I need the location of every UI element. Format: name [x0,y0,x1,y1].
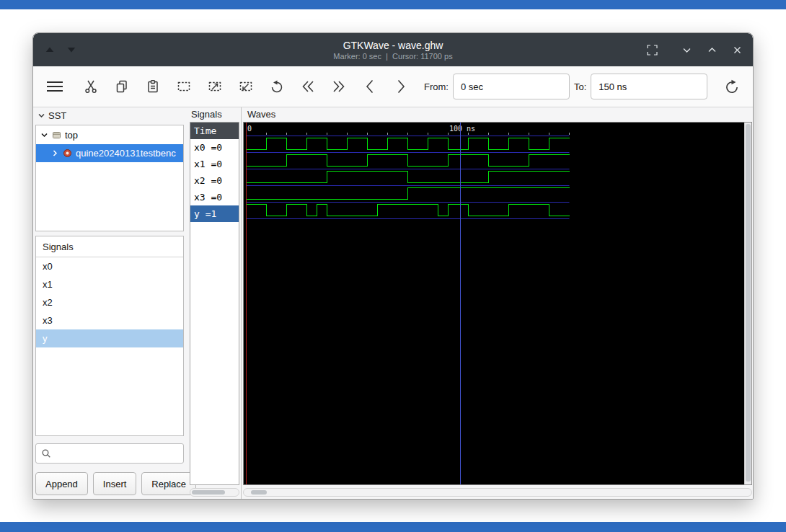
search-icon [41,448,51,458]
to-label: To: [574,81,586,92]
unmaximize-button[interactable] [681,45,692,56]
toolbar: From: To: [33,66,753,107]
undo-icon [270,79,284,94]
skip-to-start-icon [300,79,316,94]
signal-row-x0[interactable]: x0 =0 [190,139,239,156]
menu-button[interactable] [40,74,69,99]
waves-hscrollbar-thumb[interactable] [251,490,267,495]
sst-header: SST [37,109,66,122]
close-button[interactable] [732,45,743,56]
chevron-left-icon [364,79,376,94]
timeline-label: 0 [247,125,252,133]
to-start-button[interactable] [296,74,320,99]
menu-icon [45,79,64,94]
paste-icon [146,79,160,94]
signal-list-item-x3[interactable]: x3 [36,311,183,329]
insert-button[interactable]: Insert [93,472,137,495]
close-icon [732,45,743,56]
sst-tree: topquine20240131testbenc [35,125,184,231]
sst-collapse-icon[interactable] [37,112,45,120]
waves-vscrollbar[interactable] [744,123,751,484]
copy-button[interactable] [110,74,134,99]
signal-browser-header: Signals [36,236,183,257]
waves-hscrollbar[interactable] [243,488,752,497]
zoom-fit-icon [177,79,191,94]
signal-browser-list: x0x1x2x3y [36,257,183,347]
signal-row-x1[interactable]: x1 =0 [190,156,239,172]
wave-trace-x0 [247,138,570,150]
signal-list-item-x2[interactable]: x2 [36,293,183,311]
module-icon [52,130,61,140]
testbench-icon [63,148,72,158]
wave-trace-x3 [247,188,570,200]
desktop-wallpaper-top [0,0,786,9]
maximize-button[interactable] [707,45,717,56]
chevron-up-icon [707,45,717,56]
zoom-in-icon [208,79,222,94]
gtkwave-window: GTKWave - wave.ghw Marker: 0 sec | Curso… [32,32,754,500]
copy-icon [115,79,129,94]
pane-splitter[interactable] [241,107,242,500]
titlebar[interactable]: GTKWave - wave.ghw Marker: 0 sec | Curso… [33,33,753,66]
zoom-in-button[interactable] [203,74,227,99]
zoom-out-icon [239,79,253,94]
cut-icon [84,79,98,94]
signal-list-item-x1[interactable]: x1 [36,275,183,293]
signal-row-y[interactable]: y =1 [190,205,239,222]
waves-vscrollbar-thumb[interactable] [746,124,751,482]
triangle-up-icon [45,45,55,54]
signal-rows: x0 =0x1 =0x2 =0x3 =0y =1 [190,139,239,222]
wave-canvas[interactable]: 0100 ns [244,123,744,484]
timeline-label: 100 ns [449,125,475,133]
paste-button[interactable] [141,74,165,99]
reload-icon [724,79,740,94]
window-title: GTKWave - wave.ghw [343,40,443,51]
sst-node-label: top [65,130,78,141]
to-input[interactable] [591,74,707,99]
undo-button[interactable] [265,74,289,99]
wave-trace-x2 [247,172,570,183]
signal-action-buttons: AppendInsertReplace [35,472,184,495]
collapse-icon[interactable] [40,131,48,139]
zoom-fit-button[interactable] [172,74,196,99]
forward-button[interactable] [389,74,413,99]
main-content: SST topquine20240131testbenc Signals x0x… [33,107,753,500]
shade-up-button[interactable] [45,45,55,54]
sst-node-quine20240131testbenc[interactable]: quine20240131testbenc [36,144,183,162]
signal-list-item-y[interactable]: y [36,329,183,347]
shade-down-button[interactable] [66,45,76,54]
wave-trace-y [247,205,570,216]
titlebar-text: GTKWave - wave.ghw Marker: 0 sec | Curso… [33,33,753,66]
cut-button[interactable] [79,74,103,99]
fit-corners-icon [646,44,658,56]
signal-search [35,443,184,464]
time-header: Time [190,123,239,139]
skip-to-end-icon [331,79,347,94]
signal-row-x3[interactable]: x3 =0 [190,189,239,205]
signals-hscrollbar[interactable] [190,488,239,497]
search-input[interactable] [56,448,182,459]
back-button[interactable] [358,74,382,99]
from-label: From: [424,81,449,92]
from-input[interactable] [453,74,570,99]
zoom-out-button[interactable] [234,74,258,99]
sst-node-top[interactable]: top [36,126,183,144]
chevron-down-icon [681,45,692,56]
chevron-right-icon [395,79,407,94]
signals-hscrollbar-thumb[interactable] [192,490,225,495]
signals-panel-label: Signals [191,109,222,120]
fit-window-button[interactable] [646,44,658,56]
expand-icon[interactable] [50,149,59,157]
signal-browser: Signals x0x1x2x3y [35,236,184,436]
append-button[interactable]: Append [35,472,88,495]
triangle-down-icon [66,45,76,54]
wave-trace-x1 [247,155,570,167]
to-end-button[interactable] [327,74,351,99]
timeline-ruler: 0100 ns [247,125,570,135]
signal-list-item-x0[interactable]: x0 [36,257,183,275]
reload-button[interactable] [720,74,744,99]
replace-button[interactable]: Replace [141,472,196,495]
signals-panel: Time x0 =0x1 =0x2 =0x3 =0y =1 [190,122,239,485]
signal-row-x2[interactable]: x2 =0 [190,172,239,189]
waves-panel-label: Waves [247,109,275,120]
